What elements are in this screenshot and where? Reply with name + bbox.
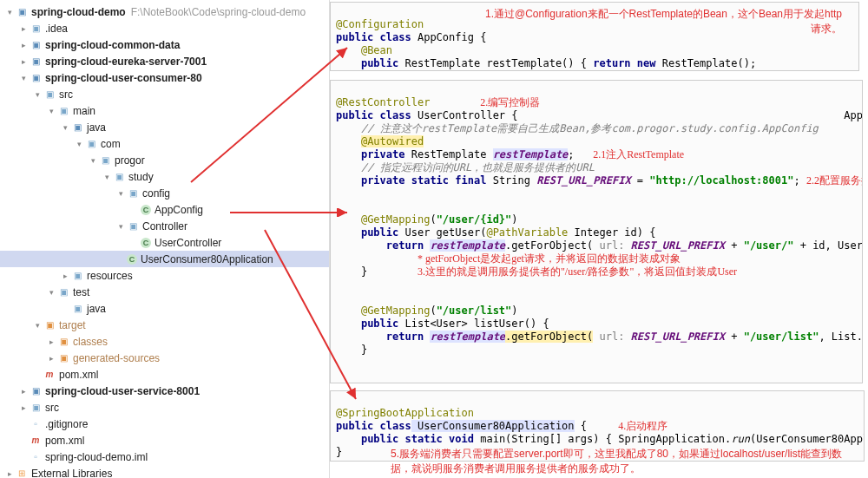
source-folder-icon: ▣ bbox=[71, 121, 83, 134]
tree-item-config[interactable]: ▾▣config bbox=[0, 185, 329, 201]
maven-icon: m bbox=[30, 435, 42, 447]
chevron-down-icon: ▾ bbox=[19, 74, 28, 82]
package-icon: ▣ bbox=[127, 187, 139, 200]
chevron-right-icon: ▸ bbox=[19, 41, 28, 49]
chevron-right-icon: ▸ bbox=[19, 24, 28, 33]
tree-item-target[interactable]: ▾▣target bbox=[0, 317, 329, 333]
chevron-down-icon: ▾ bbox=[116, 189, 125, 198]
package-icon: ▣ bbox=[127, 220, 139, 232]
package-icon: ▣ bbox=[113, 171, 125, 183]
annotation-3a: * getForObject是发起get请求，并将返回的数据封装成对象 bbox=[418, 252, 681, 265]
chevron-down-icon: ▾ bbox=[102, 173, 111, 181]
tree-item-classes[interactable]: ▸▣classes bbox=[0, 333, 329, 350]
chevron-down-icon: ▾ bbox=[5, 8, 14, 16]
chevron-right-icon: ▸ bbox=[19, 387, 28, 396]
tree-item-java[interactable]: ▾▣java bbox=[0, 119, 329, 135]
warning-bulb-icon[interactable]: 💡 bbox=[330, 325, 331, 338]
chevron-down-icon: ▾ bbox=[75, 140, 83, 148]
tree-item-userconsumer-app[interactable]: CUserConsumer80Application bbox=[0, 251, 329, 267]
tree-item-gitignore[interactable]: ▫.gitignore bbox=[0, 416, 329, 432]
class-icon: C bbox=[141, 238, 151, 248]
chevron-right-icon: ▸ bbox=[5, 469, 14, 478]
tree-item-gensources[interactable]: ▸▣generated-sources bbox=[0, 350, 329, 366]
folder-icon: ▣ bbox=[43, 88, 56, 101]
project-tree[interactable]: ▾▣spring-cloud-demoF:\NoteBook\Code\spri… bbox=[0, 0, 329, 478]
folder-icon: ▣ bbox=[30, 402, 42, 414]
tree-item-test-java[interactable]: ▣java bbox=[0, 300, 329, 317]
target-folder-icon: ▣ bbox=[43, 319, 56, 331]
library-icon: ⊞ bbox=[16, 468, 28, 479]
maven-icon: m bbox=[43, 369, 56, 381]
module-icon: ▣ bbox=[30, 385, 42, 397]
annotation-22: 2.2配置服务提供者的路径 bbox=[806, 174, 863, 187]
annotation-21: 2.1注入RestTemplate bbox=[593, 148, 684, 160]
package-icon: ▣ bbox=[85, 138, 97, 150]
tree-item-resources[interactable]: ▸▣resources bbox=[0, 267, 329, 284]
chevron-down-icon: ▾ bbox=[116, 222, 125, 231]
folder-icon: ▣ bbox=[57, 352, 69, 364]
annotation-5: 5.服务端消费者只需要配置server.port即可，这里我配成了80，如果通过… bbox=[391, 447, 859, 476]
editor-area: @Configuration public class AppConfig { … bbox=[330, 0, 868, 478]
tree-item-pom-root[interactable]: mpom.xml bbox=[0, 432, 329, 449]
project-tree-panel: ▾▣spring-cloud-demoF:\NoteBook\Code\spri… bbox=[0, 0, 330, 478]
chevron-down-icon: ▾ bbox=[89, 156, 97, 165]
chevron-down-icon: ▾ bbox=[47, 288, 56, 297]
tree-item-userservice[interactable]: ▸▣spring-cloud-user-service-8001 bbox=[0, 383, 329, 399]
tree-root[interactable]: ▾▣spring-cloud-demoF:\NoteBook\Code\spri… bbox=[0, 3, 329, 20]
tree-item-eureka[interactable]: ▸▣spring-cloud-eureka-server-7001 bbox=[0, 53, 329, 69]
chevron-down-icon: ▾ bbox=[61, 123, 69, 132]
tree-item-controller[interactable]: ▾▣Controller bbox=[0, 218, 329, 234]
tree-item-consumer[interactable]: ▾▣spring-cloud-user-consumer-80 bbox=[0, 69, 329, 86]
tree-item-appconfig[interactable]: CAppConfig bbox=[0, 201, 329, 218]
tree-item-progor[interactable]: ▾▣progor bbox=[0, 152, 329, 168]
module-icon: ▣ bbox=[30, 72, 42, 84]
chevron-right-icon: ▸ bbox=[19, 57, 28, 66]
tree-item-main[interactable]: ▾▣main bbox=[0, 102, 329, 119]
tree-item-com[interactable]: ▾▣com bbox=[0, 135, 329, 152]
tree-external-libs[interactable]: ▸⊞External Libraries bbox=[0, 465, 329, 478]
tree-item-study[interactable]: ▾▣study bbox=[0, 168, 329, 185]
chevron-down-icon: ▾ bbox=[33, 321, 42, 330]
chevron-right-icon: ▸ bbox=[47, 337, 56, 346]
file-icon: ▫ bbox=[30, 451, 42, 463]
tree-item-src-root[interactable]: ▸▣src bbox=[0, 399, 329, 416]
tree-item-idea[interactable]: ▸▣.idea bbox=[0, 20, 329, 36]
tree-item-usercontroller[interactable]: CUserController bbox=[0, 234, 329, 251]
annotation-3b: 3.这里的就是调用服务提供者的"/user/路径参数"，将返回值封装成User bbox=[418, 265, 737, 278]
class-icon: C bbox=[141, 205, 151, 215]
tree-item-pom-consumer[interactable]: mpom.xml bbox=[0, 366, 329, 383]
file-icon: ▫ bbox=[30, 418, 42, 430]
module-icon: ▣ bbox=[30, 39, 42, 51]
class-icon: C bbox=[127, 254, 137, 265]
module-icon: ▣ bbox=[30, 56, 42, 68]
code-panel-usercontroller[interactable]: @RestController 2.编写控制器 public class Use… bbox=[330, 80, 863, 383]
folder-icon: ▣ bbox=[57, 286, 69, 298]
folder-icon: ▣ bbox=[57, 105, 69, 117]
annotation-1: 1.通过@Configuration来配一个RestTemplate的Bean，… bbox=[477, 7, 842, 36]
module-icon: ▣ bbox=[16, 6, 28, 18]
annotation-2: 2.编写控制器 bbox=[480, 96, 540, 108]
tree-item-common[interactable]: ▸▣spring-cloud-common-data bbox=[0, 36, 329, 53]
chevron-right-icon: ▸ bbox=[61, 272, 69, 280]
folder-icon: ▣ bbox=[57, 336, 69, 348]
chevron-right-icon: ▸ bbox=[47, 354, 56, 363]
folder-icon: ▣ bbox=[30, 23, 42, 35]
tree-item-src[interactable]: ▾▣src bbox=[0, 86, 329, 102]
tree-item-iml[interactable]: ▫spring-cloud-demo.iml bbox=[0, 449, 329, 465]
package-icon: ▣ bbox=[99, 154, 111, 167]
tree-item-test[interactable]: ▾▣test bbox=[0, 284, 329, 300]
chevron-right-icon: ▸ bbox=[19, 403, 28, 412]
chevron-down-icon: ▾ bbox=[33, 90, 42, 99]
chevron-down-icon: ▾ bbox=[47, 107, 56, 115]
test-folder-icon: ▣ bbox=[71, 303, 83, 315]
annotation-4: 4.启动程序 bbox=[618, 420, 667, 432]
resources-folder-icon: ▣ bbox=[71, 270, 83, 282]
